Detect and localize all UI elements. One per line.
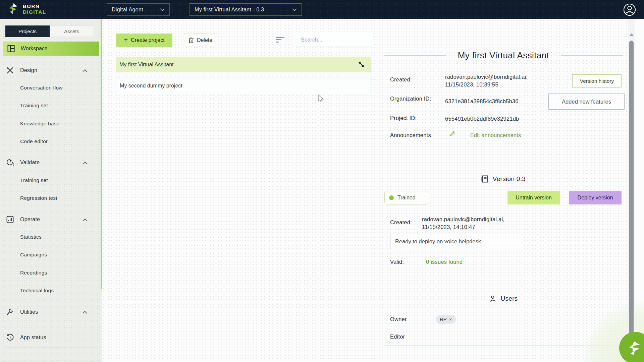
scrollbar-track[interactable] — [628, 19, 635, 362]
logo-text-digital: DIGITAL — [23, 9, 46, 15]
sidebar-item-campaigns[interactable]: Campaigns — [0, 249, 101, 260]
sidebar-item-technical-logs[interactable]: Technical logs — [0, 285, 101, 296]
sidebar-section-design[interactable]: Design — [0, 64, 101, 76]
account-avatar-button[interactable] — [622, 2, 637, 17]
chip-close-icon[interactable]: × — [449, 316, 452, 322]
project-name: My second dummy project — [120, 83, 182, 89]
trained-status-dot — [389, 195, 394, 200]
sidebar-item-workspace[interactable]: Workspace — [3, 42, 99, 56]
scrollbar-thumb[interactable] — [629, 41, 634, 338]
project-version-selector-value: My first Virtual Assitant - 0.3 — [195, 7, 264, 13]
version-document-icon — [481, 175, 489, 183]
search-box — [296, 33, 372, 47]
bar-chart-icon — [6, 216, 14, 224]
version-title: Version 0.3 — [493, 175, 526, 183]
app-root: BORN DIGITAL Digital Agent My first Virt… — [0, 0, 644, 362]
design-tools-icon — [6, 66, 14, 74]
project-row-selected[interactable]: My first Virtual Assitant — [116, 57, 371, 72]
workspace-grid-icon — [7, 45, 15, 52]
sidebar-item-conversation-flow[interactable]: Conversation flow — [0, 82, 101, 94]
sidebar-tabs: Projects Assets — [5, 25, 94, 37]
announcements-label: Announcements — [390, 132, 431, 138]
chevron-down-icon — [160, 8, 165, 11]
app-status-clock-icon — [6, 334, 14, 342]
create-project-label: Create project — [131, 37, 165, 43]
sort-icon[interactable] — [276, 37, 285, 44]
owner-user-chip[interactable]: RP × — [436, 315, 456, 324]
valid-value: 0 issues found — [426, 259, 463, 265]
sidebar-item-knowledge-base[interactable]: Knowledge base — [0, 118, 101, 129]
owner-chip-initials: RP — [440, 316, 447, 322]
trash-icon — [189, 37, 194, 43]
wrench-icon — [6, 308, 14, 316]
sidebar-section-operate[interactable]: Operate — [0, 214, 101, 226]
untrain-version-button[interactable]: Untrain version — [507, 191, 560, 204]
users-person-icon — [489, 295, 496, 302]
expand-diagonal-icon[interactable] — [358, 61, 365, 69]
sidebar: Projects Assets Workspace Design — [0, 19, 102, 362]
owner-row: Owner RP × — [384, 311, 624, 328]
tab-assets[interactable]: Assets — [50, 25, 94, 37]
avatar-icon — [623, 3, 636, 16]
trained-status-badge: Trained — [384, 191, 429, 204]
editor-label: Editor — [390, 334, 430, 340]
edit-pencil-icon[interactable]: ✎ — [449, 130, 455, 138]
sidebar-item-design-training-set[interactable]: Training set — [0, 100, 101, 111]
workspace-label: Workspace — [21, 46, 48, 52]
sidebar-section-utilities[interactable]: Utilities — [0, 306, 101, 318]
project-row[interactable]: My second dummy project — [116, 78, 371, 93]
version-created-value: radovan.paulovic@borndigital.ai, 11/15/2… — [422, 216, 504, 231]
tab-projects[interactable]: Projects — [5, 25, 50, 37]
sidebar-item-code-editor[interactable]: Code editor — [0, 136, 101, 147]
deploy-version-button[interactable]: Deploy version — [569, 191, 622, 204]
sidebar-item-app-status[interactable]: App status — [0, 331, 101, 344]
create-project-button[interactable]: + Create project — [116, 34, 172, 47]
delete-button[interactable]: Delete — [184, 34, 217, 47]
version-created-label: Created: — [390, 219, 412, 226]
chevron-up-icon — [83, 217, 87, 223]
org-id-value: 6321e381a39854c3f8cb5b36 — [445, 98, 519, 105]
users-heading: Users — [384, 295, 623, 302]
app-status-label: App status — [20, 335, 46, 341]
users-title: Users — [500, 295, 518, 302]
release-note-input[interactable] — [548, 94, 625, 110]
chevron-up-icon — [83, 160, 87, 166]
details-title: My first Virtual Assitant — [458, 50, 549, 61]
chevron-up-icon — [83, 67, 87, 73]
born-digital-logo: BORN DIGITAL — [9, 3, 46, 15]
section-label: Validate — [20, 160, 40, 166]
project-id-label: Project ID: — [390, 115, 417, 121]
created-value: radovan.paulovic@borndigital.ai, 11/15/2… — [445, 73, 528, 88]
sidebar-item-regression-test[interactable]: Regression test — [0, 192, 101, 204]
plus-icon: + — [124, 36, 128, 44]
chevron-up-icon — [83, 309, 87, 315]
sidebar-item-statistics[interactable]: Statistics — [0, 231, 101, 243]
delete-label: Delete — [197, 37, 212, 43]
created-label: Created: — [390, 76, 412, 83]
chevron-down-icon — [292, 8, 297, 11]
sidebar-item-recordings[interactable]: Recordings — [0, 267, 101, 279]
version-note-input[interactable] — [390, 234, 522, 249]
section-label: Design — [20, 67, 37, 73]
project-name: My first Virtual Assitant — [119, 62, 174, 68]
sidebar-section-validate[interactable]: Validate — [0, 157, 101, 169]
section-label: Operate — [20, 217, 40, 223]
valid-label: Valid: — [390, 259, 404, 265]
validate-gauge-icon — [6, 159, 14, 167]
logo-text-born: BORN — [23, 3, 46, 9]
scrollbar-up-arrow[interactable] — [630, 33, 634, 36]
product-selector[interactable]: Digital Agent — [107, 3, 170, 16]
org-id-label: Organization ID: — [390, 95, 434, 102]
edit-announcements-link[interactable]: Edit announcements — [470, 132, 521, 138]
top-bar: BORN DIGITAL Digital Agent My first Virt… — [0, 0, 644, 19]
sidebar-divider — [5, 348, 97, 348]
logo-icon — [9, 3, 20, 15]
project-version-selector[interactable]: My first Virtual Assitant - 0.3 — [190, 3, 302, 16]
version-history-button[interactable]: Version history — [572, 74, 622, 87]
sidebar-item-validate-training-set[interactable]: Training set — [0, 175, 101, 186]
section-label: Utilities — [20, 309, 38, 315]
sidebar-accent-line — [101, 19, 102, 289]
search-input[interactable] — [296, 33, 372, 47]
trained-status-label: Trained — [397, 195, 416, 201]
owner-label: Owner — [390, 316, 430, 322]
